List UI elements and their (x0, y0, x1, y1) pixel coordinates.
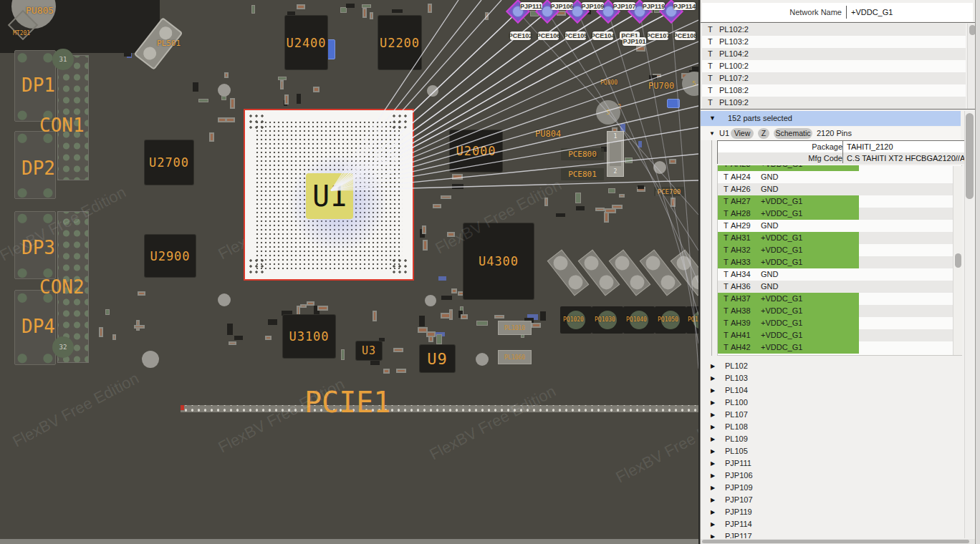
component-u9[interactable]: U9 (420, 345, 455, 372)
bga-corner-dots (391, 258, 410, 276)
net-row-PL104:2[interactable]: TPL104:2 (702, 48, 966, 60)
pin-row-AH36[interactable]: TAH36GND (718, 281, 953, 293)
connector-pin-31[interactable]: 31 (52, 49, 74, 70)
part-tree-row-PJP119[interactable]: ▶PJP119 (701, 506, 962, 518)
net-row-PL100:2[interactable]: TPL100:2 (702, 60, 966, 72)
component-label-pce801[interactable]: PCE801 (561, 168, 604, 180)
ref-label-pjp111[interactable]: PJP111 (520, 2, 542, 10)
component-blue-small[interactable] (667, 99, 680, 108)
net-row-PL108:2[interactable]: TPL108:2 (702, 84, 966, 97)
component-u2900[interactable]: U2900 (145, 235, 196, 277)
pin-row-AH32[interactable]: TAH32+VDDC_G1 (718, 244, 953, 256)
schematic-button[interactable]: Schematic (774, 128, 812, 139)
test-pad-5[interactable]: 5 (682, 72, 700, 96)
pin-row-AH24[interactable]: TAH24GND (718, 171, 953, 183)
collapse-triangle-icon[interactable]: ▼ (709, 111, 716, 126)
pin-row-AH41[interactable]: TAH41+VDDC_G1 (718, 329, 953, 341)
part-tree-row-PL102[interactable]: ▶PL102 (701, 360, 962, 372)
pin-row-AH23[interactable]: TAH23+VDDC_G1 (718, 165, 953, 171)
part-tree-row-PL104[interactable]: ▶PL104 (701, 384, 962, 397)
part-tree-row-PL107[interactable]: ▶PL107 (701, 409, 962, 421)
expand-triangle-icon[interactable]: ▶ (711, 506, 715, 518)
pin-row-AH37[interactable]: TAH37+VDDC_G1 (718, 293, 953, 305)
expand-triangle-icon[interactable]: ▶ (711, 433, 715, 445)
expand-triangle-icon[interactable]: ▶ (711, 397, 715, 409)
pin-row-AH34[interactable]: TAH34GND (718, 268, 953, 281)
component-label-pl1060[interactable]: PL1060 (498, 350, 532, 364)
expand-triangle-icon[interactable]: ▶ (711, 494, 715, 506)
z-button[interactable]: Z (758, 128, 769, 139)
section-scrollbar[interactable] (964, 111, 974, 538)
pin-list-scrollbar[interactable] (953, 166, 962, 355)
pin-row-AH33[interactable]: TAH33+VDDC_G1 (718, 256, 953, 268)
component-u3[interactable]: U3 (356, 341, 382, 360)
component-label-pce700[interactable]: PCE700 (654, 187, 684, 196)
ref-label-pjp106[interactable]: PJP106 (551, 2, 573, 10)
pcb-board-view[interactable]: 1 2 U1 (0, 0, 700, 544)
ref-label-pjp101[interactable]: PJP101 (623, 37, 646, 46)
expand-triangle-icon[interactable]: ▶ (711, 482, 715, 494)
view-button[interactable]: View (731, 128, 754, 139)
selected-parts-banner[interactable]: ▼ 152 parts selected (701, 111, 961, 126)
component-label-pl1010[interactable]: PL1010 (498, 321, 532, 335)
test-pad-5[interactable]: 5 (596, 100, 620, 125)
pin-row-AH29[interactable]: TAH29GND (718, 220, 953, 232)
pin-row-AH38[interactable]: TAH38+VDDC_G1 (718, 305, 953, 317)
part-tree-row-PJP114[interactable]: ▶PJP114 (701, 518, 962, 530)
component-label-pce800[interactable]: PCE800 (561, 148, 604, 160)
net-row-PL107:2[interactable]: TPL107:2 (702, 72, 966, 84)
part-tree-row-PJP109[interactable]: ▶PJP109 (701, 482, 962, 494)
part-tree-row-PL103[interactable]: ▶PL103 (701, 372, 962, 384)
ref-label-pce102[interactable]: PCE102 (510, 31, 531, 40)
collapse-triangle-icon[interactable]: ▼ (709, 127, 715, 140)
expand-triangle-icon[interactable]: ▶ (711, 457, 715, 470)
expand-triangle-icon[interactable]: ▶ (711, 372, 715, 384)
pin-row-AH42[interactable]: TAH42+VDDC_G1 (718, 341, 953, 354)
component-tall-pad[interactable]: 1 2 (607, 131, 624, 177)
ref-label-pjp114[interactable]: PJP114 (673, 2, 696, 10)
expand-triangle-icon[interactable]: ▶ (711, 518, 715, 530)
part-tree-row-PJP111[interactable]: ▶PJP111 (701, 457, 962, 470)
component-u2200[interactable]: U2200 (378, 16, 421, 69)
component-u2700[interactable]: U2700 (145, 140, 193, 185)
expand-triangle-icon[interactable]: ▶ (711, 445, 715, 457)
net-row-PL109:2[interactable]: TPL109:2 (702, 97, 966, 109)
network-name-value[interactable]: +VDDC_G1 (851, 8, 893, 16)
pin-row-AH39[interactable]: TAH39+VDDC_G1 (718, 317, 953, 329)
part-tree-row-PL100[interactable]: ▶PL100 (701, 397, 962, 409)
ref-label-pce108[interactable]: PCE108 (675, 31, 696, 40)
component-u1-bga[interactable]: U1 (244, 109, 414, 281)
net-row-PL103:2[interactable]: TPL103:2 (702, 36, 966, 48)
expand-triangle-icon[interactable]: ▶ (711, 421, 715, 433)
panel-horizontal-scrollbar[interactable] (701, 539, 980, 544)
ref-label-pce107[interactable]: PCE107 (648, 31, 668, 40)
ref-label-pjp107[interactable]: PJP107 (613, 2, 635, 10)
expand-triangle-icon[interactable]: ▶ (711, 384, 715, 397)
expand-triangle-icon[interactable]: ▶ (711, 530, 715, 538)
component-u3100[interactable]: U3100 (283, 315, 335, 358)
expand-triangle-icon[interactable]: ▶ (711, 360, 715, 372)
connector-pin-32[interactable]: 32 (52, 336, 74, 358)
ref-label-pjp119[interactable]: PJP119 (643, 2, 665, 10)
part-tree-row-PJP117[interactable]: ▶PJP117 (701, 530, 962, 538)
expand-triangle-icon[interactable]: ▶ (711, 470, 715, 482)
part-tree-row-PL105[interactable]: ▶PL105 (701, 445, 962, 457)
ref-label-pce105[interactable]: PCE105 (565, 31, 586, 40)
part-tree-row-PJP106[interactable]: ▶PJP106 (701, 470, 962, 482)
pin-row-AH26[interactable]: TAH26GND (718, 183, 953, 195)
pcie-slot[interactable] (181, 405, 698, 412)
part-row-u1[interactable]: ▼ U1 View Z Schematic 2120 Pins (701, 127, 961, 140)
pin-row-AH28[interactable]: TAH28+VDDC_G1 (718, 208, 953, 220)
component-u2400[interactable]: U2400 (285, 16, 327, 69)
ref-label-pce104[interactable]: PCE104 (592, 31, 613, 40)
expand-triangle-icon[interactable]: ▶ (711, 409, 715, 421)
ref-label-pjp109[interactable]: PJP109 (582, 2, 604, 10)
part-tree-row-PJP107[interactable]: ▶PJP107 (701, 494, 962, 506)
pin-row-AH27[interactable]: TAH27+VDDC_G1 (718, 195, 953, 208)
component-u2000[interactable]: U2000 (450, 130, 502, 172)
part-tree-row-PL109[interactable]: ▶PL109 (701, 433, 962, 445)
net-row-PL102:2[interactable]: TPL102:2 (702, 24, 966, 36)
pin-row-AH31[interactable]: TAH31+VDDC_G1 (718, 232, 953, 244)
ref-label-pce106[interactable]: PCE106 (538, 31, 559, 40)
part-tree-row-PL108[interactable]: ▶PL108 (701, 421, 962, 433)
